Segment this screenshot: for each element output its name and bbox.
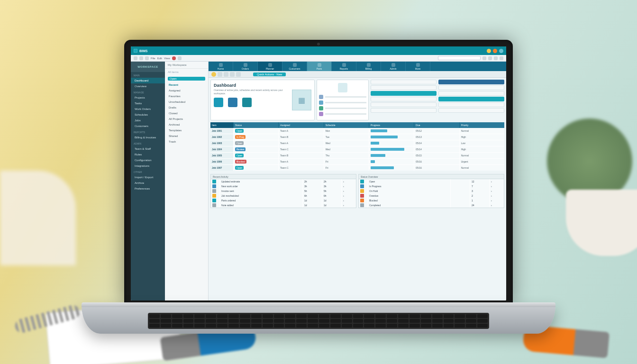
module-icon[interactable] (214, 98, 223, 107)
menu-item[interactable]: File (151, 57, 155, 60)
nav-item[interactable]: Configuration (131, 157, 165, 163)
widget-row[interactable] (438, 80, 504, 84)
star-icon[interactable] (211, 72, 216, 77)
list-item[interactable]: Job rescheduled6h6h› (211, 193, 356, 198)
table-row[interactable]: Job 1006BlockedTeam AFri05/16Urgent (210, 159, 504, 164)
stop-icon[interactable] (172, 56, 176, 60)
subnav-item[interactable]: Favorites (165, 93, 208, 99)
action-cell[interactable]: › (342, 198, 356, 203)
column-header[interactable]: Progress (369, 122, 414, 128)
subnav-item[interactable]: Drafts (165, 105, 208, 110)
grid-icon[interactable] (494, 56, 498, 60)
list-item[interactable]: Invoice sent5h5h› (211, 189, 356, 193)
table-row[interactable]: Job 1005OpenTeam BThu05/15Normal (210, 153, 504, 158)
column-header[interactable]: Item (210, 122, 233, 128)
subnav-item[interactable]: Shared (165, 133, 208, 139)
widget-row[interactable] (371, 91, 437, 96)
nav-item[interactable]: Jobs (131, 118, 165, 123)
nav-item[interactable]: Dashboard (131, 78, 165, 83)
subnav-tag[interactable]: Open (168, 77, 205, 81)
widget-row[interactable] (371, 97, 437, 101)
column-header[interactable]: Due (414, 122, 459, 128)
subnav-item[interactable]: Templates (165, 127, 208, 133)
column-header[interactable]: Status (234, 122, 278, 128)
widget-row[interactable] (438, 108, 504, 113)
subnav-item[interactable]: All Projects (165, 116, 208, 122)
tool-icon[interactable] (224, 72, 228, 77)
widget-row[interactable] (371, 102, 437, 107)
nav-item[interactable]: Customers (131, 123, 165, 129)
list-item[interactable]: Open12› (359, 179, 504, 184)
module-icon[interactable] (242, 98, 252, 107)
module-tab[interactable]: Customers (282, 62, 307, 71)
action-cell[interactable]: › (490, 193, 504, 198)
table-row[interactable]: Job 1007OpenTeam CFri05/16Normal (210, 165, 504, 171)
action-cell[interactable]: › (490, 203, 504, 208)
nav-item[interactable]: Tasks (131, 100, 165, 106)
action-cell[interactable]: › (342, 189, 356, 193)
list-item[interactable]: New work order3h3h› (211, 184, 356, 189)
brand-logo[interactable]: WORKSPACE (131, 62, 165, 72)
nav-item[interactable]: Billing & Invoices (131, 135, 165, 140)
subnav-item[interactable]: Archived (165, 122, 208, 127)
settings-icon[interactable] (482, 56, 486, 60)
widget-row[interactable] (371, 108, 437, 113)
menu-item[interactable]: Edit (157, 57, 162, 60)
nav-item[interactable]: Schedules (131, 112, 165, 118)
module-tab[interactable]: Reports (332, 62, 356, 71)
list-item[interactable]: In Progress7› (359, 184, 504, 189)
help-icon[interactable] (488, 56, 492, 60)
nav-item[interactable]: Import / Export (131, 174, 165, 180)
table-row[interactable]: Job 1004ReviewTeam CWed05/14High (210, 146, 504, 152)
subnav-filters[interactable]: All items (165, 69, 208, 75)
action-cell[interactable]: › (490, 198, 504, 203)
reload-icon[interactable] (145, 56, 149, 60)
list-item[interactable]: Parts ordered1d1d› (211, 198, 356, 203)
nav-item[interactable]: Projects (131, 95, 165, 100)
subnav-item[interactable]: Recent (165, 82, 208, 88)
table-row[interactable]: Job 1001OpenTeam AMon05/12Normal (210, 128, 504, 134)
action-cell[interactable]: › (490, 179, 504, 184)
back-icon[interactable] (134, 56, 137, 60)
module-tab[interactable]: Orders (233, 62, 258, 71)
column-header[interactable]: Assigned (279, 122, 323, 128)
nav-item[interactable]: Team & Staff (131, 146, 165, 152)
subnav-item[interactable]: Trash (165, 139, 208, 145)
widget-row[interactable] (371, 85, 437, 90)
module-tab[interactable]: Parts (307, 62, 332, 71)
nav-item[interactable]: Preferences (131, 186, 165, 191)
action-cell[interactable]: › (342, 179, 356, 184)
nav-item[interactable]: Archive (131, 180, 165, 186)
forward-icon[interactable] (139, 56, 143, 60)
action-cell[interactable]: › (342, 184, 356, 189)
address-bar[interactable] (438, 56, 481, 60)
menu-item[interactable]: View (164, 57, 170, 60)
nav-item[interactable]: Integrations (131, 163, 165, 169)
table-row[interactable]: Job 1002In ProgTeam BTue05/13High (210, 134, 504, 140)
list-item[interactable]: Completed24› (359, 203, 504, 208)
nav-item[interactable]: Roles (131, 152, 165, 157)
column-header[interactable]: Priority (460, 122, 504, 128)
module-tab[interactable]: Admin (381, 62, 406, 71)
module-icon[interactable] (228, 98, 237, 107)
subnav-item[interactable]: Closed (165, 110, 208, 116)
module-tab[interactable]: More (406, 62, 430, 71)
widget-row[interactable] (371, 80, 437, 84)
list-item[interactable]: Overdue2› (359, 193, 504, 198)
widget-row[interactable] (438, 97, 504, 101)
nav-item[interactable]: Work Orders (131, 106, 165, 112)
nav-item[interactable]: Overview (131, 83, 165, 89)
subnav-item[interactable]: Unscheduled (165, 99, 208, 105)
action-cell[interactable]: › (342, 203, 356, 208)
module-tab[interactable]: Billing (356, 62, 381, 71)
tool-icon[interactable] (236, 72, 241, 77)
action-cell[interactable]: › (490, 184, 504, 189)
widget-row[interactable] (438, 102, 504, 107)
module-tab[interactable]: Home (209, 62, 233, 71)
action-cell[interactable]: › (342, 193, 356, 198)
widget-row[interactable] (438, 85, 504, 90)
list-item[interactable]: On Hold3› (359, 189, 504, 193)
column-header[interactable]: Schedule (324, 122, 369, 128)
widget-row[interactable] (438, 91, 504, 96)
tool-icon[interactable] (218, 72, 222, 77)
